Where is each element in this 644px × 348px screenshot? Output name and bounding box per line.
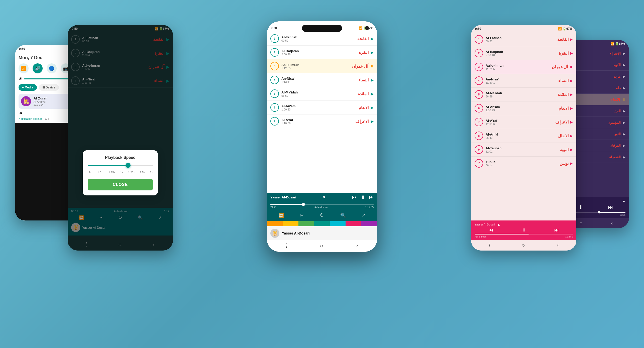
speed-labels: -2x -1.5x -1.25x 1x 1.25x 1.5x 2x [88, 171, 153, 174]
home-right[interactable]: ○ [522, 242, 525, 249]
pink-surah-10[interactable]: 10 Yunus 36:14 يونس ▶ [471, 157, 576, 170]
notification-settings-link[interactable]: Notification settings [19, 117, 42, 120]
surah-item-center-5[interactable]: 5 Al-Ma'idah 56:59 المائدة ▶ [267, 87, 377, 101]
theme-green[interactable] [298, 221, 314, 226]
play-c1: ▶ [371, 36, 374, 41]
surah-item-center-4[interactable]: 4 An-Nisa' 1:13:41 النساء ▶ [267, 73, 377, 87]
recent-apps-right[interactable]: ⦙ [489, 242, 490, 249]
share-center[interactable]: ↗ [362, 213, 366, 218]
theme-pink[interactable] [346, 221, 361, 226]
device-tab[interactable]: ⊞ Device [39, 84, 59, 91]
surah-info-c5: Al-Ma'idah 56:59 [279, 90, 358, 97]
brightness-icon: ☀ [19, 76, 22, 81]
pink-surah-4[interactable]: 4 An-Nisa' 1:13:41 النساء ▶ [471, 74, 576, 88]
speed-1x: 1x [120, 171, 123, 174]
purple-play-25: ▶ [623, 144, 625, 148]
surah-item-center-6[interactable]: 6 Al-An'am 1:00:23 الانعام ▶ [267, 101, 377, 114]
reciter-center: Yasser Al-Dosari [270, 195, 296, 199]
pink-prev[interactable]: ⏮ [489, 227, 493, 233]
volume-toggle[interactable]: 🔊 [33, 63, 43, 73]
pink-next[interactable]: ⏭ [554, 227, 559, 233]
quran-app-icon: 🕌 [21, 96, 31, 106]
speed-minus1-5: -1.5x [96, 171, 102, 174]
pink-player-bar: Yasser Al-Dosari ▲ ⏮ ⏸ ⏭ Aal-e-Imran 1:1… [471, 220, 576, 240]
home-far-right[interactable]: ○ [580, 220, 583, 226]
purple-play-17: ▶ [623, 51, 625, 55]
play-c6: ▶ [371, 105, 374, 110]
speed-slider[interactable]: -2x -1.5x -1.25x 1x 1.25x 1.5x 2x [88, 165, 153, 174]
theme-color-strip[interactable] [267, 221, 377, 226]
time-center: 9:50 [271, 26, 277, 30]
theme-orange[interactable] [267, 221, 283, 226]
repeat-center[interactable]: 🔁 [278, 213, 284, 218]
back-right[interactable]: ‹ [557, 242, 558, 249]
battery-far-right: 📶 🔋67% [611, 42, 625, 46]
search-center[interactable]: 🔍 [340, 213, 346, 218]
surah-item-center-1[interactable]: 1 Al-Fatihah 00:52 الفاتحة ▶ [267, 32, 377, 46]
theme-cyan[interactable] [330, 221, 346, 226]
pink-surah-7[interactable]: 7 Al-A'raf 1:10:56 الاعراف ▶ [471, 115, 576, 129]
action-row-center: 🔁 ✂ ⏱ 🔍 ↗ [267, 210, 377, 221]
wifi-toggle[interactable]: 📶 [19, 63, 29, 73]
surah-item-center-3[interactable]: 3 Aal-e-Imran 1:12:55 آل عمران ⏸ [267, 59, 377, 73]
play-pink-6: ▶ [570, 106, 573, 110]
bluetooth-toggle[interactable]: 🔵 [47, 63, 57, 73]
home-btn[interactable]: ○ [320, 243, 323, 249]
notif-prev-icon[interactable]: ⏮ [19, 111, 23, 115]
purple-play-19: ▶ [623, 74, 625, 78]
theme-teal[interactable] [314, 221, 330, 226]
theme-purple[interactable] [361, 221, 377, 226]
recent-apps-btn[interactable]: ⦙ [286, 243, 287, 249]
speed-thumb[interactable] [126, 163, 131, 168]
surah-item-center-2[interactable]: 2 Al-Baqarah 2:00:48 البقرة ▶ [267, 46, 377, 59]
purple-chevron[interactable]: ▲ [622, 199, 625, 203]
pink-total-time: 1:12:55 [565, 236, 573, 238]
pink-chevron[interactable]: ▲ [497, 222, 500, 226]
player-controls-center: ⏮ ⏸ ⏭ [352, 195, 374, 200]
purple-next[interactable]: ⏭ [608, 204, 613, 210]
play-pink-5: ▶ [570, 92, 573, 96]
purple-play-18: ▶ [623, 63, 625, 67]
timer-center[interactable]: ⏱ [320, 213, 324, 218]
dropdown-icon-center[interactable]: ▼ [322, 195, 326, 200]
battery-right: 📶 🔋67% [558, 27, 572, 31]
surah-item-center-7[interactable]: 7 Al-A'raf 1:10:56 الاعراف ▶ [267, 114, 377, 128]
pink-surah-2[interactable]: 2 Al-Baqarah 2:00:48 البقرة ▶ [471, 46, 576, 60]
pink-progress-bar[interactable] [475, 234, 573, 235]
speed-2x: 2x [150, 171, 153, 174]
surah-circle-4: 4 [270, 76, 279, 84]
speed-close-button[interactable]: CLOSE [88, 179, 153, 190]
next-btn-center[interactable]: ⏭ [369, 195, 374, 200]
cut-center[interactable]: ✂ [300, 213, 304, 218]
pink-surah-1[interactable]: 1 Al-Fatihah 00:52 الفاتحة ▶ [471, 33, 576, 46]
close-notif[interactable]: Cle [45, 117, 49, 120]
surah-info-c3: Aal-e-Imran 1:12:55 [279, 63, 352, 70]
reciter-footer-name: Yasser Al-Dosari [282, 231, 310, 235]
play-pink-1: ▶ [570, 37, 573, 41]
pink-surah-8[interactable]: 8 Al-Anfal 25:43 الانفال ▶ [471, 129, 576, 143]
pause-btn-center[interactable]: ⏸ [361, 195, 365, 200]
notif-pause-icon[interactable]: ⏸ [26, 111, 30, 115]
pink-surah-5[interactable]: 5 Al-Ma'idah 56:59 المائدة ▶ [471, 88, 576, 101]
speed-modal-overlay [68, 25, 173, 251]
pause-pink-3: ⏸ [569, 65, 573, 69]
theme-yellow[interactable] [283, 221, 298, 226]
surah-info-c7: Al-A'raf 1:10:56 [279, 118, 355, 125]
speed-minus1-25: -1.25x [108, 171, 115, 174]
play-pink-10: ▶ [570, 161, 573, 165]
total-time-center: 1:12:55 [365, 206, 374, 209]
pink-surah-name: Aal-e-Imran [475, 236, 486, 238]
pink-surah-6[interactable]: 6 Al-An'am 1:00:23 الانعام ▶ [471, 101, 576, 115]
pink-reciter: Yasser Al-Dosari [475, 223, 495, 226]
prev-btn-center[interactable]: ⏮ [352, 195, 357, 200]
surah-playing-center: Aal-e-Imran [314, 206, 328, 209]
pink-pause[interactable]: ⏸ [521, 227, 526, 233]
pink-surah-3[interactable]: 3 Aal-e-Imran 1:12:55 آل عمران ⏸ [471, 60, 576, 74]
media-tab[interactable]: ● Media [19, 84, 37, 91]
back-far-right[interactable]: ‹ [611, 220, 613, 226]
progress-bar-center[interactable] [270, 204, 374, 205]
purple-pause[interactable]: ⏸ [579, 204, 584, 210]
pink-surah-9[interactable]: 9 At-Taubah 52:01 التوبة ▶ [471, 143, 576, 157]
play-c2: ▶ [371, 50, 374, 55]
back-btn[interactable]: ‹ [356, 243, 358, 249]
